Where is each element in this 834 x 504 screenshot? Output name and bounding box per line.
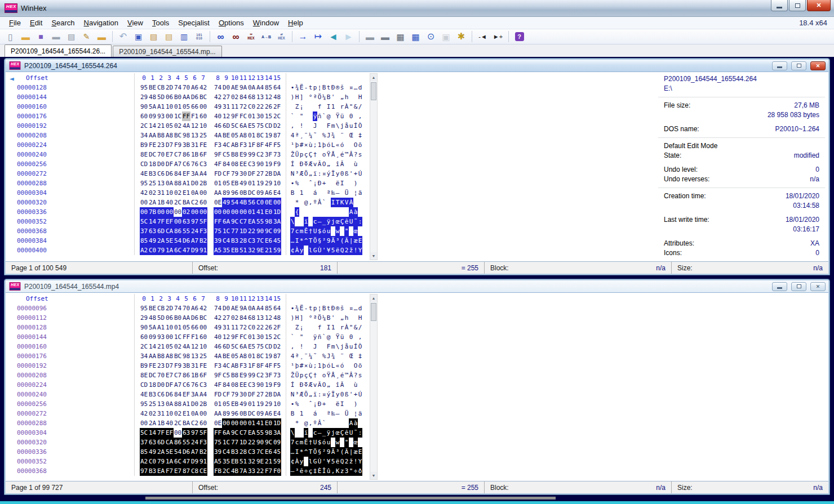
text-char[interactable]: #	[299, 361, 304, 371]
hex-byte[interactable]: 7A	[239, 466, 247, 476]
hex-byte[interactable]: FF	[214, 217, 222, 226]
text-char[interactable]: ¾	[295, 304, 299, 313]
hex-byte[interactable]: C6	[157, 390, 165, 399]
hex-byte[interactable]: 10	[165, 102, 174, 111]
text-char[interactable]: ¸	[299, 351, 304, 361]
hex-byte[interactable]: 4F	[264, 361, 273, 371]
vertical-scrollbar[interactable]: ▲ ▼	[370, 294, 378, 480]
text-char[interactable]: O	[353, 361, 358, 371]
text-char[interactable]: ó	[326, 361, 331, 371]
hex-byte[interactable]: C3	[247, 380, 256, 390]
hex-byte[interactable]: 11	[230, 323, 239, 332]
hex-byte[interactable]: A8	[165, 131, 174, 140]
hex-byte[interactable]: F9	[174, 361, 182, 371]
text-char[interactable]: Ö	[313, 236, 317, 246]
text-char[interactable]: …	[290, 236, 295, 246]
hex-byte[interactable]: 13	[157, 399, 165, 409]
hex-byte[interactable]: 09	[148, 332, 157, 342]
text-char[interactable]: @	[326, 111, 331, 121]
text-char[interactable]: …	[353, 83, 358, 92]
hex-byte[interactable]: 9A	[239, 83, 247, 92]
text-char[interactable]: Y	[358, 457, 362, 466]
text-char[interactable]: ]	[299, 313, 304, 323]
hex-byte[interactable]: 14	[148, 428, 157, 438]
scrollbar-thumb[interactable]	[371, 303, 376, 321]
text-char[interactable]: ,	[331, 466, 335, 476]
hex-byte[interactable]: 4E	[140, 390, 148, 399]
text-char[interactable]: Ä	[331, 236, 335, 246]
hex-byte[interactable]: 10	[199, 342, 207, 351]
hex-byte[interactable]: 29	[264, 179, 273, 188]
status-offset-segment[interactable]: Offset:181	[193, 262, 338, 274]
hex-byte[interactable]: 6F	[199, 150, 207, 159]
copy-block-icon[interactable]: ▥	[177, 30, 191, 43]
text-char[interactable]: t	[308, 304, 313, 313]
text-char[interactable]: B	[326, 92, 331, 102]
hex-byte[interactable]: 00	[157, 207, 165, 217]
text-char[interactable]: ï	[304, 428, 308, 438]
text-char[interactable]: å	[344, 342, 349, 351]
hex-byte[interactable]: 24	[190, 438, 199, 447]
hex-byte[interactable]: 00	[214, 207, 222, 217]
hex-byte[interactable]: 12	[222, 111, 230, 121]
hex-byte[interactable]: B8	[230, 150, 239, 159]
text-char[interactable]: À	[344, 323, 349, 332]
app-titlebar[interactable]: HEX WinHex ✕	[0, 0, 834, 17]
hex-byte[interactable]: FC	[239, 111, 247, 121]
menu-file[interactable]: File	[5, 17, 25, 28]
hex-byte[interactable]: 68	[247, 92, 256, 102]
hex-byte[interactable]: 10	[165, 323, 174, 332]
hex-byte[interactable]: 37	[140, 438, 148, 447]
text-char[interactable]: á	[313, 188, 317, 198]
text-char[interactable]: Ê	[304, 226, 308, 236]
text-char[interactable]: ¨	[340, 351, 344, 361]
text-char[interactable]: v	[313, 159, 317, 169]
text-char[interactable]: G	[313, 457, 317, 466]
hex-byte[interactable]: 46	[214, 342, 222, 351]
text-char[interactable]: :	[317, 169, 322, 179]
hex-byte[interactable]: 00	[190, 207, 199, 217]
text-char[interactable]: Æ	[299, 169, 304, 179]
text-char[interactable]: m	[299, 226, 304, 236]
text-char[interactable]: '	[331, 92, 335, 102]
hex-byte[interactable]: 76	[190, 380, 199, 390]
hex-byte[interactable]: 02	[148, 188, 157, 198]
text-char[interactable]: ñ	[317, 332, 322, 342]
text-char[interactable]: ¢	[290, 246, 295, 255]
hex-byte[interactable]: 13	[190, 131, 199, 140]
hex-byte[interactable]: 47	[182, 246, 190, 255]
text-char[interactable]: Í	[290, 380, 295, 390]
hex-byte[interactable]: A4	[199, 169, 207, 179]
text-char[interactable]: '	[331, 313, 335, 323]
text-char[interactable]: p	[299, 150, 304, 159]
hex-byte[interactable]: 1C	[222, 226, 230, 236]
hex-byte[interactable]: E1	[182, 188, 190, 198]
hex-byte[interactable]: 2F	[273, 323, 281, 332]
hex-byte[interactable]: C0	[247, 323, 256, 332]
child-close-button[interactable]: ✕	[810, 61, 826, 70]
text-char[interactable]: J	[313, 342, 317, 351]
text-char[interactable]: ,	[290, 121, 295, 131]
text-char[interactable]: y	[299, 246, 304, 255]
status-block-segment[interactable]: Block:n/a	[485, 481, 672, 493]
hex-byte[interactable]: 7B	[148, 207, 157, 217]
go-to-page-icon[interactable]: ↦	[311, 30, 325, 43]
text-char[interactable]: †	[313, 371, 317, 380]
text-char[interactable]: þ	[295, 140, 299, 150]
hex-byte[interactable]: 00	[165, 207, 174, 217]
text-char[interactable]: s	[358, 150, 362, 159]
hex-byte[interactable]: BE	[148, 83, 157, 92]
hex-byte[interactable]: B9	[140, 140, 148, 150]
hex-byte[interactable]: 10	[199, 121, 207, 131]
menu-help[interactable]: Help	[283, 17, 308, 28]
text-char[interactable]: ê	[344, 217, 349, 226]
hex-byte[interactable]: 40	[165, 198, 174, 207]
text-char[interactable]: ó	[322, 438, 326, 447]
text-char[interactable]: h	[344, 92, 349, 102]
hex-byte[interactable]: 37	[140, 226, 148, 236]
text-char[interactable]: 3	[344, 466, 349, 476]
text-char[interactable]: I	[326, 323, 331, 332]
hex-byte[interactable]: 09	[273, 438, 281, 447]
hex-byte[interactable]: 84	[239, 92, 247, 102]
text-char[interactable]: ï	[313, 390, 317, 399]
